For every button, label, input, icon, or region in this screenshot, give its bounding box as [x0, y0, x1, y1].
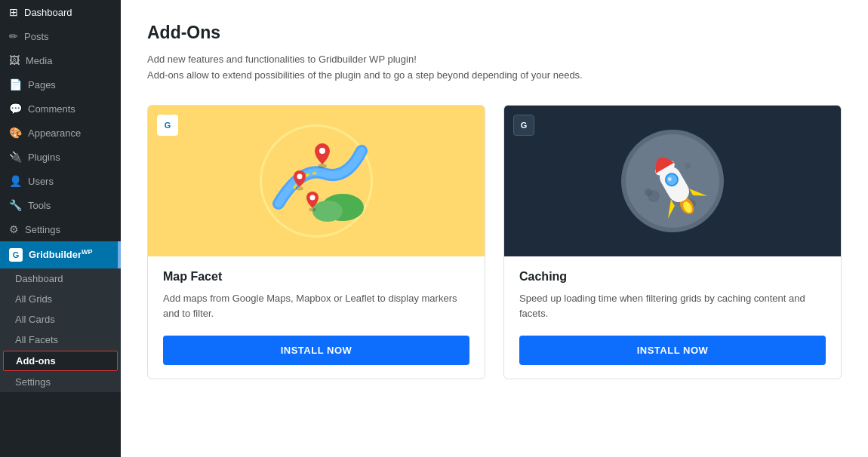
addons-grid: G — [147, 105, 842, 380]
sidebar-item-tools[interactable]: 🔧 Tools — [0, 193, 121, 217]
addon-corner-logo-cache: G — [513, 115, 534, 136]
users-icon: 👤 — [9, 175, 22, 187]
addon-body-map: Map Facet Add maps from Google Maps, Map… — [148, 256, 485, 379]
page-description: Add new features and functionalities to … — [147, 52, 842, 84]
sidebar-item-plugins[interactable]: 🔌 Plugins — [0, 145, 121, 169]
pages-icon: 📄 — [9, 78, 22, 90]
posts-icon: ✏ — [9, 30, 18, 42]
caching-illustration-svg — [612, 121, 733, 241]
svg-point-3 — [312, 201, 343, 222]
addon-name-map: Map Facet — [163, 270, 469, 284]
svg-point-6 — [296, 186, 303, 190]
addon-card-caching: G — [503, 105, 842, 380]
addon-card-map-facet: G — [147, 105, 485, 380]
addon-image-cache: G — [504, 106, 841, 256]
sidebar-label: Pages — [28, 79, 56, 90]
addon-corner-logo-map: G — [157, 115, 178, 136]
install-now-button-cache[interactable]: INSTALL NOW — [519, 336, 826, 365]
page-title: Add-Ons — [147, 23, 842, 43]
svg-point-7 — [297, 173, 303, 179]
media-icon: 🖼 — [9, 54, 20, 66]
sidebar-label: Appearance — [28, 127, 81, 139]
submenu-item-gb-all-cards[interactable]: All Cards — [0, 309, 121, 330]
submenu-item-gb-addons-wrapper: ➜ Add-ons — [0, 351, 121, 371]
addon-name-cache: Caching — [519, 270, 826, 284]
sidebar-label: Posts — [24, 31, 49, 42]
submenu-item-gb-settings[interactable]: Settings — [0, 372, 121, 392]
gridbuilder-label: GridbuilderWP — [29, 249, 93, 260]
submenu-item-gb-addons[interactable]: Add-ons — [3, 351, 118, 371]
submenu-item-gb-dashboard[interactable]: Dashboard — [0, 268, 121, 289]
addon-desc-cache: Speed up loading time when filtering gri… — [519, 291, 826, 323]
sidebar-item-users[interactable]: 👤 Users — [0, 169, 121, 193]
svg-point-1 — [262, 127, 371, 235]
svg-point-9 — [310, 195, 315, 200]
sidebar-item-dashboard[interactable]: ⊞ Dashboard — [0, 0, 121, 24]
addon-body-cache: Caching Speed up loading time when filte… — [504, 256, 841, 379]
sidebar-item-media[interactable]: 🖼 Media — [0, 48, 121, 72]
sidebar-label: Comments — [28, 103, 75, 115]
settings-icon: ⚙ — [9, 223, 19, 235]
dashboard-icon: ⊞ — [9, 6, 18, 18]
sidebar: ⊞ Dashboard ✏ Posts 🖼 Media 📄 Pages 💬 Co… — [0, 0, 121, 457]
svg-point-5 — [319, 148, 325, 154]
comments-icon: 💬 — [9, 103, 22, 115]
submenu-item-gb-all-grids[interactable]: All Grids — [0, 289, 121, 309]
sidebar-item-settings[interactable]: ⚙ Settings — [0, 217, 121, 241]
sidebar-label: Tools — [28, 200, 51, 211]
sidebar-label: Settings — [25, 224, 60, 235]
plugins-icon: 🔌 — [9, 151, 22, 163]
sidebar-label: Dashboard — [24, 7, 72, 18]
sidebar-item-pages[interactable]: 📄 Pages — [0, 72, 121, 97]
submenu-item-gb-all-facets[interactable]: All Facets — [0, 330, 121, 350]
addon-desc-map: Add maps from Google Maps, Mapbox or Lea… — [163, 291, 469, 323]
svg-point-8 — [309, 207, 316, 211]
addon-image-map: G — [148, 106, 485, 256]
map-illustration-svg — [256, 121, 377, 241]
sidebar-item-posts[interactable]: ✏ Posts — [0, 24, 121, 48]
gridbuilder-submenu: Dashboard All Grids All Cards All Facets… — [0, 268, 121, 392]
sidebar-label: Plugins — [28, 152, 60, 163]
tools-icon: 🔧 — [9, 199, 22, 211]
sidebar-item-comments[interactable]: 💬 Comments — [0, 97, 121, 121]
sidebar-label: Media — [26, 55, 52, 66]
sidebar-label: Users — [28, 176, 54, 187]
gridbuilder-menu-header[interactable]: G GridbuilderWP — [0, 241, 121, 268]
svg-point-13 — [645, 189, 652, 196]
gridbuilder-logo-icon: G — [9, 248, 23, 262]
main-content: Add-Ons Add new features and functionali… — [121, 0, 868, 457]
install-now-button-map[interactable]: INSTALL NOW — [163, 336, 469, 365]
svg-point-15 — [685, 163, 691, 169]
sidebar-item-appearance[interactable]: 🎨 Appearance — [0, 121, 121, 145]
appearance-icon: 🎨 — [9, 127, 22, 139]
